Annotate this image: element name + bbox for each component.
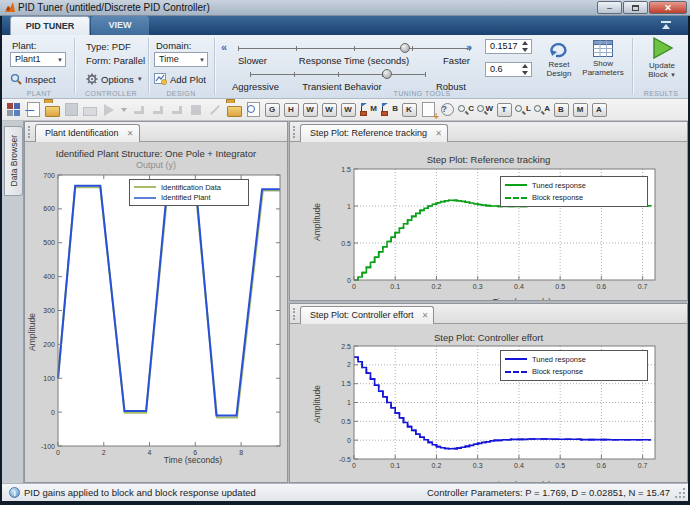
letter-w2-button[interactable]: W bbox=[321, 102, 337, 118]
x-axis-label: Time (seconds) bbox=[82, 455, 304, 465]
plant-identification-doc-tab[interactable]: Plant Identification ✕ bbox=[35, 124, 140, 142]
resize-grip[interactable] bbox=[674, 487, 686, 499]
tab-view[interactable]: VIEW bbox=[91, 16, 149, 35]
section-tuning-tools: TUNING TOOLS bbox=[393, 90, 450, 97]
open-folder-icon[interactable] bbox=[44, 102, 60, 118]
letter-w3-button[interactable]: W bbox=[340, 102, 356, 118]
step-in-icon[interactable] bbox=[150, 102, 166, 118]
undo-arrow-icon bbox=[548, 40, 570, 58]
legend-line-sample bbox=[134, 186, 156, 188]
find-file-icon[interactable] bbox=[245, 102, 261, 118]
svg-text:0.7: 0.7 bbox=[638, 283, 648, 290]
transient-behavior-input[interactable]: 0.6 bbox=[485, 62, 532, 77]
new-model-icon[interactable] bbox=[6, 102, 22, 118]
plot-legend[interactable]: Identification DataIdentified Plant bbox=[129, 179, 249, 206]
flag-b-button[interactable]: B bbox=[380, 102, 398, 118]
reference-tracking-doc-tab[interactable]: Step Plot: Reference tracking ✕ bbox=[300, 124, 448, 142]
legend-label: Block response bbox=[532, 193, 583, 202]
inspect-button[interactable]: Inspect bbox=[10, 73, 56, 85]
plot-title: Identified Plant Structure: One Pole + I… bbox=[25, 148, 287, 159]
stop-icon[interactable] bbox=[207, 102, 223, 118]
letter-g-button[interactable]: G bbox=[264, 102, 280, 118]
spin-up-icon[interactable] bbox=[520, 40, 530, 46]
data-browser-tab[interactable]: Data Browser bbox=[4, 126, 23, 196]
domain-dropdown-value: Time bbox=[159, 54, 179, 64]
letter-w1-button[interactable]: W bbox=[302, 102, 318, 118]
plant-identification-plot[interactable]: 02468-1000100200300400500600700 bbox=[27, 173, 285, 473]
print-icon[interactable] bbox=[82, 102, 98, 118]
collapse-ribbon-icon[interactable] bbox=[660, 21, 672, 30]
plot-legend[interactable]: Tuned responseBlock response bbox=[500, 176, 648, 207]
legend-label: Tuned response bbox=[532, 181, 586, 190]
minimize-button[interactable]: – bbox=[597, 1, 622, 14]
letter-a-button[interactable]: A bbox=[591, 102, 607, 118]
panel-grip[interactable] bbox=[28, 126, 31, 138]
spin-down-icon[interactable] bbox=[520, 47, 530, 53]
spin-up-icon[interactable] bbox=[520, 63, 530, 69]
response-time-slider-handle[interactable] bbox=[400, 43, 410, 53]
maximize-button[interactable] bbox=[623, 1, 648, 14]
close-tab-icon[interactable]: ✕ bbox=[435, 125, 442, 142]
run-dropdown-icon[interactable] bbox=[120, 102, 128, 118]
run-icon[interactable] bbox=[101, 102, 117, 118]
close-tab-icon[interactable]: ✕ bbox=[127, 125, 134, 142]
search-l-button[interactable]: L bbox=[515, 102, 531, 118]
svg-text:1.5: 1.5 bbox=[341, 380, 351, 387]
options-button[interactable]: Options ▼ bbox=[86, 73, 143, 85]
panel-grip[interactable] bbox=[293, 126, 296, 138]
letter-b-button[interactable]: B bbox=[553, 102, 569, 118]
response-time-input[interactable]: 0.1517 bbox=[485, 39, 532, 54]
reset-design-button[interactable]: Reset Design bbox=[540, 40, 578, 78]
slower-chevron-icon[interactable]: « bbox=[221, 41, 227, 53]
panel-grip[interactable] bbox=[293, 308, 296, 320]
update-block-button[interactable]: Update Block ▼ bbox=[638, 37, 686, 80]
response-time-slider-track[interactable] bbox=[238, 48, 470, 49]
plot-legend[interactable]: Tuned responseBlock response bbox=[500, 350, 648, 381]
search-w-button[interactable]: W bbox=[477, 102, 493, 118]
open-folder-2-icon[interactable] bbox=[226, 102, 242, 118]
svg-text:0.1: 0.1 bbox=[390, 462, 400, 469]
letter-h-button[interactable]: H bbox=[283, 102, 299, 118]
letter-t-button[interactable]: T bbox=[496, 102, 512, 118]
legend-line-sample bbox=[505, 197, 527, 199]
help-icon[interactable]: ? bbox=[439, 102, 455, 118]
title-bar[interactable]: PID Tuner (untitled/Discrete PID Control… bbox=[0, 0, 690, 16]
add-plot-icon[interactable] bbox=[25, 102, 41, 118]
legend-entry: Tuned response bbox=[505, 180, 643, 191]
svg-text:0.7: 0.7 bbox=[638, 462, 648, 469]
svg-text:0.3: 0.3 bbox=[473, 462, 483, 469]
flag-m-button[interactable]: M bbox=[359, 102, 377, 118]
tab-pid-tuner[interactable]: PID TUNER bbox=[10, 16, 90, 35]
domain-dropdown[interactable]: Time ▼ bbox=[154, 52, 208, 67]
transient-behavior-slider-track[interactable] bbox=[250, 74, 426, 75]
transient-behavior-value: 0.6 bbox=[490, 64, 503, 74]
search-a-button[interactable]: A bbox=[534, 102, 550, 118]
legend-label: Identification Data bbox=[161, 183, 221, 192]
legend-line-sample bbox=[505, 184, 527, 186]
svg-text:0: 0 bbox=[347, 277, 351, 284]
run-to-cursor-icon[interactable] bbox=[188, 102, 204, 118]
step-forward-icon[interactable] bbox=[131, 102, 147, 118]
plant-dropdown[interactable]: Plant1 ▼ bbox=[10, 52, 66, 67]
quick-access-toolbar: GHWWWMBK?CWTLABMA bbox=[2, 99, 688, 121]
controller-effort-doc-tab[interactable]: Step Plot: Controller effort ✕ bbox=[300, 306, 434, 324]
add-plot-button[interactable]: Add Plot bbox=[154, 73, 206, 85]
new-doc-icon[interactable] bbox=[420, 102, 436, 118]
step-out-icon[interactable] bbox=[169, 102, 185, 118]
save-icon[interactable] bbox=[63, 102, 79, 118]
letter-k-button[interactable]: K bbox=[401, 102, 417, 118]
response-time-value: 0.1517 bbox=[490, 41, 518, 51]
close-button[interactable]: ✕ bbox=[649, 1, 687, 14]
search-c-button[interactable]: C bbox=[458, 102, 474, 118]
show-parameters-button[interactable]: Show Parameters bbox=[578, 40, 628, 77]
svg-text:0: 0 bbox=[352, 462, 356, 469]
svg-text:0.5: 0.5 bbox=[555, 462, 565, 469]
close-tab-icon[interactable]: ✕ bbox=[422, 307, 429, 324]
svg-text:0.3: 0.3 bbox=[473, 283, 483, 290]
spin-down-icon[interactable] bbox=[520, 70, 530, 76]
letter-m-button[interactable]: M bbox=[572, 102, 588, 118]
legend-label: Tuned response bbox=[532, 355, 586, 364]
transient-behavior-slider-handle[interactable] bbox=[382, 69, 392, 79]
update-block-label-2: Block bbox=[648, 70, 668, 79]
svg-text:600: 600 bbox=[43, 205, 55, 212]
